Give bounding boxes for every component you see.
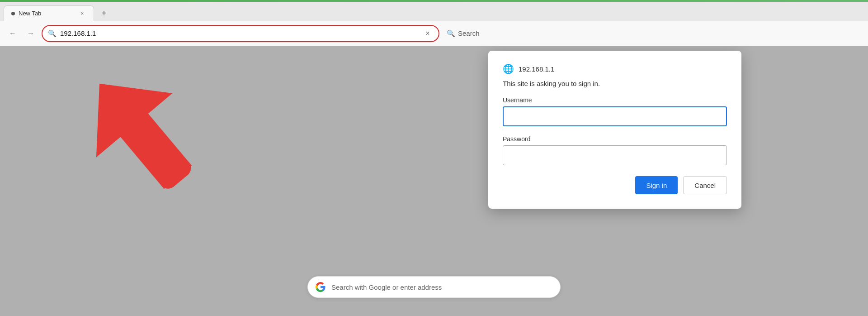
username-input[interactable]: [503, 106, 727, 126]
username-group: Username: [503, 96, 727, 126]
address-search-icon: 🔍: [48, 29, 57, 38]
tab-title: New Tab: [19, 10, 75, 17]
svg-marker-0: [63, 60, 216, 205]
dialog-subtitle: This site is asking you to sign in.: [503, 80, 727, 87]
red-arrow: [63, 60, 217, 205]
dialog-header: 🌐 192.168.1.1: [503, 63, 727, 74]
browser-content: 🌐 192.168.1.1 This site is asking you to…: [0, 46, 868, 316]
browser-frame: New Tab × + ← → 🔍 × 🔍 Search: [0, 0, 868, 316]
new-tab-search-text: Search with Google or enter address: [331, 283, 442, 291]
cancel-button[interactable]: Cancel: [683, 176, 727, 194]
active-tab[interactable]: New Tab ×: [4, 5, 94, 21]
address-input[interactable]: [60, 29, 419, 37]
address-clear-button[interactable]: ×: [422, 28, 433, 39]
globe-icon: 🌐: [503, 63, 514, 74]
search-bar-right: 🔍 Search: [447, 29, 480, 38]
tab-close-button[interactable]: ×: [78, 10, 86, 18]
forward-button[interactable]: →: [24, 26, 38, 41]
password-group: Password: [503, 135, 727, 165]
login-dialog: 🌐 192.168.1.1 This site is asking you to…: [488, 51, 741, 209]
search-label: Search: [458, 29, 480, 37]
address-bar: ← → 🔍 × 🔍 Search: [0, 21, 868, 46]
password-input[interactable]: [503, 145, 727, 165]
sign-in-button[interactable]: Sign in: [635, 176, 678, 194]
tab-bar: New Tab × +: [0, 2, 868, 21]
address-input-wrapper: 🔍 ×: [42, 25, 439, 42]
dialog-url: 192.168.1.1: [519, 65, 554, 73]
back-button[interactable]: ←: [5, 26, 20, 41]
search-icon-right: 🔍: [447, 29, 455, 38]
tab-favicon-dot: [11, 12, 15, 15]
new-tab-button[interactable]: +: [96, 5, 112, 21]
username-label: Username: [503, 96, 727, 104]
new-tab-search-bar[interactable]: Search with Google or enter address: [307, 276, 561, 298]
google-logo: [315, 282, 326, 292]
password-label: Password: [503, 135, 727, 143]
dialog-actions: Sign in Cancel: [503, 176, 727, 194]
